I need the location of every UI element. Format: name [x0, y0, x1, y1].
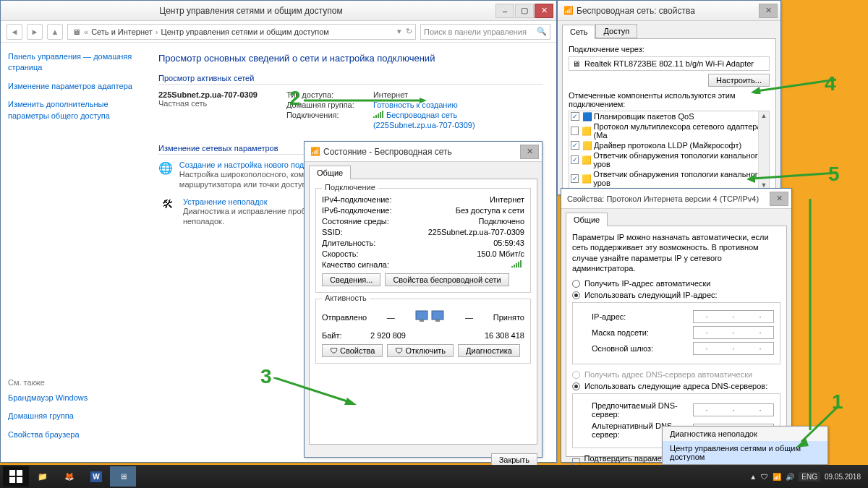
signal-quality-icon: [511, 260, 522, 267]
tray-language[interactable]: ENG: [799, 472, 820, 481]
mux-icon: 🟨: [582, 127, 590, 135]
tab-network[interactable]: Сеть: [562, 25, 595, 39]
bytes-received: 16 308 418: [485, 331, 524, 340]
breadcrumb[interactable]: 🖥 « Сеть и Интернет › Центр управления с…: [67, 24, 416, 40]
page-title: Просмотр основных сведений о сети и наст…: [158, 53, 543, 64]
svg-rect-0: [416, 311, 427, 320]
shield-icon: 🛡: [395, 346, 403, 355]
signal-icon: [373, 111, 383, 118]
radio-manual-ip[interactable]: Использовать следующий IP-адрес:: [572, 291, 780, 299]
maximize-button[interactable]: ▢: [515, 4, 534, 18]
tray-volume-icon[interactable]: 🔊: [786, 473, 794, 481]
sidebar-link-firewall[interactable]: Брандмауэр Windows: [8, 393, 138, 403]
wifi-icon: 📶: [563, 6, 574, 15]
search-icon: 🔍: [537, 27, 547, 36]
active-networks-caption: Просмотр активных сетей: [158, 74, 543, 85]
dns1-input[interactable]: ···: [693, 403, 774, 416]
sidebar-link-sharing[interactable]: Изменить дополнительные параметры общего…: [8, 99, 138, 121]
troubleshoot-icon: 🛠: [158, 197, 177, 212]
annotation-4: 4: [825, 72, 836, 95]
up-button[interactable]: ▲: [47, 24, 63, 40]
tray-up-icon[interactable]: ▲: [749, 473, 757, 481]
minimize-button[interactable]: –: [495, 4, 514, 18]
lltd1-icon: 🟨: [582, 155, 590, 164]
sidebar-link-browser[interactable]: Свойства браузера: [8, 429, 138, 440]
network-type: Частная сеть: [158, 99, 258, 108]
new-connection-icon: 🌐: [158, 160, 174, 175]
taskbar-control-panel[interactable]: 🖥: [110, 466, 136, 487]
svg-rect-6: [9, 477, 15, 483]
close-button[interactable]: ✕: [520, 145, 539, 159]
properties-button[interactable]: 🛡 Свойства: [322, 344, 383, 357]
sidebar: Панель управления — домашняя страница Из…: [1, 43, 145, 462]
diagnostics-button[interactable]: Диагностика: [458, 344, 520, 357]
disable-button[interactable]: 🛡 Отключить: [387, 344, 454, 357]
address-bar: ◄ ► ▲ 🖥 « Сеть и Интернет › Центр управл…: [1, 21, 556, 43]
system-tray: ▲ 🛡 📶 🔊 ENG 09.05.2018: [749, 472, 865, 481]
radio-auto-ip[interactable]: Получить IP-адрес автоматически: [572, 279, 780, 288]
tray-network-icon[interactable]: 📶: [773, 473, 781, 481]
sidebar-link-home[interactable]: Панель управления — домашняя страница: [8, 51, 138, 74]
qos-icon: 🟦: [582, 112, 591, 121]
tab-general[interactable]: Общие: [566, 213, 608, 226]
svg-rect-4: [9, 470, 15, 476]
annotation-5: 5: [828, 163, 840, 186]
signal-icon: 📶: [310, 147, 320, 156]
ipv4-properties-window: Свойства: Протокол Интернета версии 4 (T…: [561, 188, 792, 463]
scrollbar[interactable]: ▲▼: [758, 111, 769, 189]
radio-manual-dns[interactable]: Использовать следующие адреса DNS-сервер…: [572, 382, 780, 390]
menu-item-network-center[interactable]: Центр управления сетями и общим доступом: [663, 441, 827, 464]
menu-item-diagnostics[interactable]: Диагностика неполадок: [663, 427, 827, 441]
subnet-mask-input[interactable]: ···: [693, 326, 774, 339]
task-troubleshoot[interactable]: Устранение неполадок: [183, 197, 268, 206]
configure-button[interactable]: Настроить...: [708, 74, 770, 87]
ip-address-input[interactable]: ···: [693, 310, 774, 323]
taskbar-firefox[interactable]: 🦊: [56, 466, 82, 487]
start-button[interactable]: [3, 466, 29, 487]
taskbar-word[interactable]: W: [83, 466, 109, 487]
radio-auto-dns: Получить адрес DNS-сервера автоматически: [572, 370, 780, 379]
component-list[interactable]: ✓🟦Планировщик пакетов QoS 🟨Протокол муль…: [569, 111, 770, 190]
close-button[interactable]: ✕: [535, 4, 553, 18]
adapter-icon: 🖥: [572, 59, 580, 68]
back-button[interactable]: ◄: [7, 24, 22, 40]
adapter-device: 🖥 Realtek RTL8723BE 802.11 b/g/n Wi-Fi A…: [569, 56, 770, 71]
taskbar: 📁 🦊 W 🖥 ▲ 🛡 📶 🔊 ENG 09.05.2018: [0, 465, 868, 488]
svg-rect-5: [17, 470, 22, 476]
titlebar: 📶 Состояние - Беспроводная сеть ✕: [305, 142, 542, 162]
tab-general[interactable]: Общие: [309, 166, 351, 179]
connection-status-window: 📶 Состояние - Беспроводная сеть ✕ Общие …: [304, 141, 542, 458]
lltd2-icon: 🟨: [582, 174, 590, 183]
homegroup-link[interactable]: Готовность к созданию: [373, 100, 458, 109]
tab-access[interactable]: Доступ: [595, 24, 637, 38]
activity-icon: [414, 307, 445, 328]
forward-button[interactable]: ►: [27, 24, 43, 40]
sidebar-link-homegroup[interactable]: Домашняя группа: [8, 411, 138, 421]
sidebar-link-adapter[interactable]: Изменение параметров адаптера: [8, 81, 138, 92]
computer-icon: 🖥: [71, 27, 81, 37]
tray-context-menu: Диагностика неполадок Центр управления с…: [662, 426, 828, 465]
gateway-input[interactable]: ···: [693, 342, 774, 355]
close-button[interactable]: ✕: [770, 192, 788, 206]
bytes-sent: 2 920 809: [370, 331, 406, 340]
tray-shield-icon[interactable]: 🛡: [761, 473, 768, 481]
svg-rect-2: [420, 320, 424, 322]
svg-rect-3: [435, 320, 440, 322]
search-input[interactable]: Поиск в панели управления 🔍: [420, 24, 550, 40]
titlebar: 📶 Беспроводная сеть: свойства ✕: [558, 1, 780, 21]
lldp-icon: 🟨: [582, 141, 591, 150]
window-title: Центр управления сетями и общим доступом: [7, 6, 495, 16]
titlebar: Центр управления сетями и общим доступом…: [1, 1, 556, 21]
see-also-caption: См. также: [8, 378, 138, 387]
close-button[interactable]: ✕: [759, 4, 778, 18]
wireless-props-button[interactable]: Свойства беспроводной сети: [385, 273, 509, 286]
annotation-1: 1: [832, 390, 843, 414]
taskbar-explorer[interactable]: 📁: [30, 466, 56, 487]
svg-rect-1: [432, 311, 443, 320]
tray-clock[interactable]: 09.05.2018: [825, 473, 861, 481]
titlebar: Свойства: Протокол Интернета версии 4 (T…: [561, 189, 791, 209]
shield-icon: 🛡: [330, 346, 338, 355]
details-button[interactable]: Сведения...: [322, 273, 380, 286]
network-name: 225Subnet.zp.ua-707-0309: [158, 90, 258, 99]
connection-link[interactable]: Беспроводная сеть: [373, 111, 457, 119]
